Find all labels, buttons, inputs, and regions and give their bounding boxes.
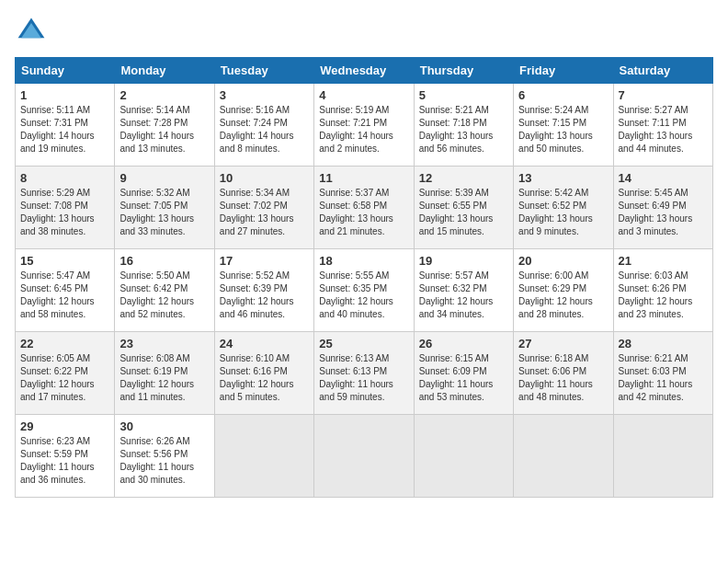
week-row-3: 15 Sunrise: 5:47 AM Sunset: 6:45 PM Dayl… (16, 249, 713, 332)
week-row-1: 1 Sunrise: 5:11 AM Sunset: 7:31 PM Dayli… (16, 84, 713, 167)
day-number: 5 (419, 88, 508, 102)
day-info: Sunrise: 6:10 AM Sunset: 6:16 PM Dayligh… (220, 352, 309, 404)
day-number: 7 (619, 88, 708, 102)
day-number: 17 (220, 254, 309, 268)
col-header-wednesday: Wednesday (314, 58, 414, 84)
week-row-4: 22 Sunrise: 6:05 AM Sunset: 6:22 PM Dayl… (16, 332, 713, 415)
day-info: Sunrise: 5:39 AM Sunset: 6:55 PM Dayligh… (419, 187, 508, 238)
day-info: Sunrise: 5:19 AM Sunset: 7:21 PM Dayligh… (319, 104, 408, 155)
col-header-sunday: Sunday (16, 58, 115, 84)
calendar-cell: 6 Sunrise: 5:24 AM Sunset: 7:15 PM Dayli… (514, 84, 613, 167)
day-number: 19 (419, 254, 508, 268)
day-number: 18 (319, 254, 408, 268)
day-number: 30 (119, 419, 209, 433)
week-row-5: 29 Sunrise: 6:23 AM Sunset: 5:59 PM Dayl… (16, 415, 713, 498)
calendar-cell: 26 Sunrise: 6:15 AM Sunset: 6:09 PM Dayl… (414, 332, 513, 415)
day-info: Sunrise: 5:11 AM Sunset: 7:31 PM Dayligh… (20, 104, 109, 155)
calendar-cell: 29 Sunrise: 6:23 AM Sunset: 5:59 PM Dayl… (16, 415, 115, 498)
day-info: Sunrise: 5:47 AM Sunset: 6:45 PM Dayligh… (20, 270, 109, 321)
day-info: Sunrise: 5:24 AM Sunset: 7:15 PM Dayligh… (518, 104, 608, 155)
day-number: 29 (20, 419, 109, 433)
day-info: Sunrise: 5:57 AM Sunset: 6:32 PM Dayligh… (419, 270, 508, 321)
calendar-cell: 15 Sunrise: 5:47 AM Sunset: 6:45 PM Dayl… (16, 249, 115, 332)
day-info: Sunrise: 5:16 AM Sunset: 7:24 PM Dayligh… (220, 104, 309, 155)
calendar-cell: 4 Sunrise: 5:19 AM Sunset: 7:21 PM Dayli… (314, 84, 414, 167)
calendar-cell: 3 Sunrise: 5:16 AM Sunset: 7:24 PM Dayli… (214, 84, 313, 167)
calendar-cell: 22 Sunrise: 6:05 AM Sunset: 6:22 PM Dayl… (16, 332, 115, 415)
day-number: 14 (619, 171, 708, 185)
day-number: 4 (319, 88, 408, 102)
day-number: 8 (20, 171, 109, 185)
calendar-cell: 30 Sunrise: 6:26 AM Sunset: 5:56 PM Dayl… (115, 415, 214, 498)
calendar-cell: 18 Sunrise: 5:55 AM Sunset: 6:35 PM Dayl… (314, 249, 414, 332)
page-header (15, 15, 713, 48)
week-row-2: 8 Sunrise: 5:29 AM Sunset: 7:08 PM Dayli… (16, 167, 713, 249)
calendar-cell: 2 Sunrise: 5:14 AM Sunset: 7:28 PM Dayli… (115, 84, 214, 167)
calendar-cell: 14 Sunrise: 5:45 AM Sunset: 6:49 PM Dayl… (613, 167, 712, 249)
day-info: Sunrise: 5:21 AM Sunset: 7:18 PM Dayligh… (419, 104, 508, 155)
day-number: 13 (518, 171, 608, 185)
calendar-cell: 19 Sunrise: 5:57 AM Sunset: 6:32 PM Dayl… (414, 249, 513, 332)
day-number: 9 (119, 171, 209, 185)
day-number: 23 (119, 337, 209, 350)
calendar-table: SundayMondayTuesdayWednesdayThursdayFrid… (15, 57, 713, 498)
day-info: Sunrise: 6:26 AM Sunset: 5:56 PM Dayligh… (119, 435, 209, 487)
day-info: Sunrise: 5:34 AM Sunset: 7:02 PM Dayligh… (220, 187, 309, 238)
day-info: Sunrise: 5:37 AM Sunset: 6:58 PM Dayligh… (319, 187, 408, 238)
day-number: 2 (119, 88, 209, 102)
calendar-cell: 28 Sunrise: 6:21 AM Sunset: 6:03 PM Dayl… (613, 332, 712, 415)
day-number: 16 (119, 254, 209, 268)
day-info: Sunrise: 6:21 AM Sunset: 6:03 PM Dayligh… (619, 352, 708, 404)
calendar-cell (314, 415, 414, 498)
calendar-cell: 13 Sunrise: 5:42 AM Sunset: 6:52 PM Dayl… (514, 167, 613, 249)
day-number: 26 (419, 337, 508, 350)
calendar-cell: 23 Sunrise: 6:08 AM Sunset: 6:19 PM Dayl… (115, 332, 214, 415)
day-info: Sunrise: 6:03 AM Sunset: 6:26 PM Dayligh… (619, 270, 708, 321)
col-header-friday: Friday (514, 58, 613, 84)
day-info: Sunrise: 6:23 AM Sunset: 5:59 PM Dayligh… (20, 435, 109, 487)
day-number: 27 (518, 337, 608, 350)
calendar-cell (214, 415, 313, 498)
calendar-cell: 21 Sunrise: 6:03 AM Sunset: 6:26 PM Dayl… (613, 249, 712, 332)
col-header-thursday: Thursday (414, 58, 513, 84)
day-number: 3 (220, 88, 309, 102)
header-row: SundayMondayTuesdayWednesdayThursdayFrid… (16, 58, 713, 84)
calendar-cell: 24 Sunrise: 6:10 AM Sunset: 6:16 PM Dayl… (214, 332, 313, 415)
calendar-cell: 12 Sunrise: 5:39 AM Sunset: 6:55 PM Dayl… (414, 167, 513, 249)
day-info: Sunrise: 6:18 AM Sunset: 6:06 PM Dayligh… (518, 352, 608, 404)
col-header-monday: Monday (115, 58, 214, 84)
logo-icon (15, 15, 48, 48)
day-number: 12 (419, 171, 508, 185)
calendar-cell: 1 Sunrise: 5:11 AM Sunset: 7:31 PM Dayli… (16, 84, 115, 167)
calendar-cell: 10 Sunrise: 5:34 AM Sunset: 7:02 PM Dayl… (214, 167, 313, 249)
day-info: Sunrise: 5:29 AM Sunset: 7:08 PM Dayligh… (20, 187, 109, 238)
col-header-tuesday: Tuesday (214, 58, 313, 84)
day-number: 11 (319, 171, 408, 185)
day-info: Sunrise: 5:32 AM Sunset: 7:05 PM Dayligh… (119, 187, 209, 238)
day-number: 1 (20, 88, 109, 102)
day-number: 24 (220, 337, 309, 350)
calendar-cell: 5 Sunrise: 5:21 AM Sunset: 7:18 PM Dayli… (414, 84, 513, 167)
col-header-saturday: Saturday (613, 58, 712, 84)
calendar-cell: 25 Sunrise: 6:13 AM Sunset: 6:13 PM Dayl… (314, 332, 414, 415)
day-number: 21 (619, 254, 708, 268)
day-number: 28 (619, 337, 708, 350)
logo (15, 15, 51, 48)
day-info: Sunrise: 5:55 AM Sunset: 6:35 PM Dayligh… (319, 270, 408, 321)
day-info: Sunrise: 5:14 AM Sunset: 7:28 PM Dayligh… (119, 104, 209, 155)
calendar-cell (514, 415, 613, 498)
day-info: Sunrise: 6:05 AM Sunset: 6:22 PM Dayligh… (20, 352, 109, 404)
calendar-cell: 7 Sunrise: 5:27 AM Sunset: 7:11 PM Dayli… (613, 84, 712, 167)
day-info: Sunrise: 6:08 AM Sunset: 6:19 PM Dayligh… (119, 352, 209, 404)
calendar-cell: 16 Sunrise: 5:50 AM Sunset: 6:42 PM Dayl… (115, 249, 214, 332)
calendar-cell (613, 415, 712, 498)
calendar-cell: 17 Sunrise: 5:52 AM Sunset: 6:39 PM Dayl… (214, 249, 313, 332)
day-info: Sunrise: 6:15 AM Sunset: 6:09 PM Dayligh… (419, 352, 508, 404)
day-info: Sunrise: 5:45 AM Sunset: 6:49 PM Dayligh… (619, 187, 708, 238)
calendar-cell (414, 415, 513, 498)
day-number: 25 (319, 337, 408, 350)
day-number: 22 (20, 337, 109, 350)
day-info: Sunrise: 5:27 AM Sunset: 7:11 PM Dayligh… (619, 104, 708, 155)
day-number: 6 (518, 88, 608, 102)
day-info: Sunrise: 6:13 AM Sunset: 6:13 PM Dayligh… (319, 352, 408, 404)
